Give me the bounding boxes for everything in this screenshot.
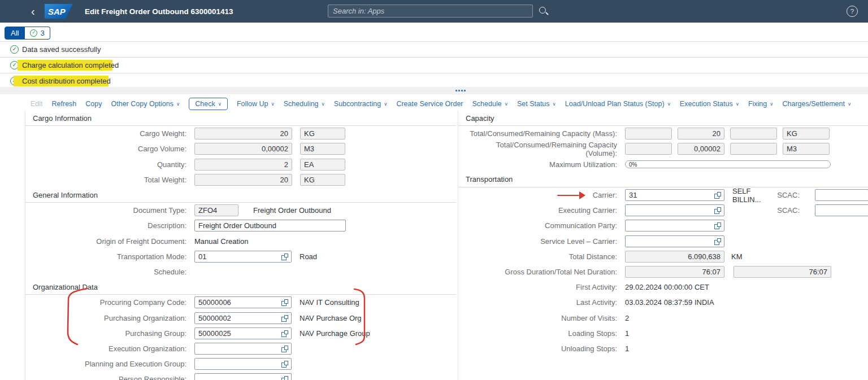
chevron-down-icon: ∨ [384,101,387,107]
section-header: Capacity [458,111,868,126]
readonly-field: 6.090,638 [625,251,724,263]
value-help-icon[interactable] [281,315,288,322]
form-row-procuring-company-code: Procuring Company Code:50000006NAV IT Co… [25,295,456,310]
toolbar-other-copy-options[interactable]: Other Copy Options∨ [111,100,180,108]
input-field[interactable]: Freight Order Outbound [194,220,346,232]
chevron-down-icon: ∨ [770,101,773,107]
splitter-handle-icon[interactable] [455,90,466,91]
form-row-schedule: Schedule: [25,264,456,279]
field-value-text: 1 [625,329,629,338]
search-icon[interactable] [539,7,546,14]
readonly-field: ZFO4 [194,204,238,216]
input-field[interactable] [625,220,724,232]
toolbar-check[interactable]: Check∨ [189,98,228,110]
value-help-icon[interactable] [714,222,721,229]
toolbar-refresh[interactable]: Refresh [52,100,77,108]
field-label: Execution Organization: [33,344,186,353]
field-value-text: 29.02.2024 00:00:00 CET [625,283,709,291]
input-field[interactable] [194,358,292,370]
toolbar-copy[interactable]: Copy [85,100,102,108]
form-row-last-activity: Last Activity:03.03.2024 08:37:59 INDIA [458,295,868,310]
section-title: Capacity [466,114,494,123]
input-field[interactable]: 50000002 [194,312,292,324]
field-label: Service Level – Carrier: [466,237,617,246]
input-field[interactable] [815,189,868,201]
form-row-cargo-volume: Cargo Volume:0,00002M3 [25,141,456,156]
input-field[interactable]: 01 [194,251,292,263]
toolbar-set-status[interactable]: Set Status∨ [517,100,556,108]
readonly-field: 20 [678,128,724,139]
message-row[interactable]: Data saved successfully [0,42,868,58]
input-field[interactable] [815,204,868,216]
help-icon[interactable]: ? [847,6,858,17]
section-header: Cargo Information [25,111,456,126]
value-help-icon[interactable] [281,254,288,260]
message-text: Data saved successfully [22,45,101,54]
toolbar-schedule[interactable]: Schedule∨ [472,100,508,108]
value-help-icon[interactable] [714,207,721,214]
toolbar-fixing[interactable]: Fixing∨ [748,100,774,108]
splitter-bar[interactable] [0,87,868,94]
toolbar-follow-up[interactable]: Follow Up∨ [237,100,275,108]
field-label: Carrier: [466,191,617,199]
toolbar-execution-status[interactable]: Execution Status∨ [680,100,739,108]
field-value-text: NAV Purchase Org [300,314,362,322]
value-help-icon[interactable] [281,330,288,337]
readonly-field: 20 [194,174,292,186]
search-input[interactable] [328,5,533,18]
form-row-carrier: Carrier:31SELF BILLIN...SCAC: [458,187,868,203]
value-help-icon[interactable] [714,238,721,245]
filter-all-button[interactable]: All [5,27,25,40]
chevron-down-icon: ∨ [218,101,222,107]
field-label: SCAC: [777,191,800,199]
input-value: 31 [629,191,637,199]
toolbar-create-service-order[interactable]: Create Service Order [396,100,463,108]
form-column-left: Cargo InformationCargo Weight:20KGCargo … [25,111,456,380]
toolbar-label: Scheduling [284,100,319,108]
chevron-down-icon: ∨ [176,101,180,107]
field-label: Total/Consumed/Remaining Capacity (Mass)… [466,129,617,138]
field-label: Loading Stops: [466,329,617,338]
toolbar-label: Other Copy Options [111,100,173,108]
toolbar-subcontracting[interactable]: Subcontracting∨ [334,100,388,108]
input-field[interactable] [625,235,724,247]
value-help-icon[interactable] [281,299,288,306]
toolbar-edit: Edit [31,100,43,108]
input-field[interactable]: 50000006 [194,296,292,308]
filter-success-button[interactable]: 3 [25,27,50,40]
form-row-number-of-visits: Number of Visits:2 [458,311,868,326]
field-value-text: SELF BILLIN... [732,187,768,204]
toolbar-load-unload-plan-status-stop[interactable]: Load/Unload Plan Status (Stop)∨ [565,100,671,108]
form-row-transportation-mode: Transportation Mode:01Road [25,249,456,264]
toolbar-label: Set Status [517,100,550,108]
field-label: Document Type: [33,206,186,215]
toolbar-charges-settlement[interactable]: Charges/Settlement∨ [782,100,851,108]
back-icon[interactable]: ‹ [28,5,38,18]
input-field[interactable]: 31 [625,189,724,201]
field-label: Description: [33,221,186,230]
message-row[interactable]: Charge calculation completed [0,58,868,73]
toolbar-scheduling[interactable]: Scheduling∨ [284,100,325,108]
form-row-total-weight: Total Weight:20KG [25,172,456,187]
input-field[interactable] [625,204,724,216]
form-row-first-activity: First Activity:29.02.2024 00:00:00 CET [458,279,868,295]
toolbar-label: Edit [31,100,43,108]
input-field[interactable]: 50000025 [194,327,292,339]
message-text: Charge calculation completed [22,61,119,69]
message-filter: All 3 [5,27,50,40]
success-icon [30,29,37,37]
form-row-total-consumed-remaining-capacity-volume: Total/Consumed/Remaining Capacity (Volum… [458,141,868,156]
input-field[interactable] [194,343,292,355]
chevron-down-icon: ∨ [848,101,851,107]
readonly-field: M3 [300,143,345,155]
readonly-field: 76:07 [625,266,724,278]
value-help-icon[interactable] [281,346,288,352]
readonly-field [730,128,777,139]
form-row-origin-of-freight-document: Origin of Freight Document:Manual Creati… [25,234,456,249]
section-header: Transportation [458,172,868,187]
value-help-icon[interactable] [714,192,721,199]
input-field[interactable] [194,373,292,380]
progress-value: 0% [629,161,637,168]
value-help-icon[interactable] [281,361,288,368]
value-help-icon[interactable] [281,376,288,380]
